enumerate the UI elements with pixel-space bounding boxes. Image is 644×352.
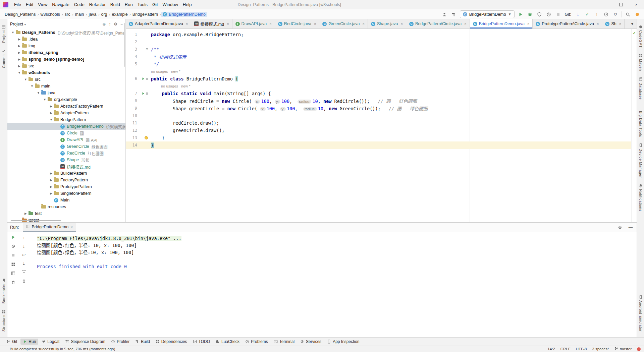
rollback-button[interactable]: ↺	[612, 11, 619, 18]
fold-marker-icon[interactable]: ⊟	[146, 48, 148, 51]
close-icon[interactable]: ×	[70, 225, 72, 229]
tree-item[interactable]: ▶test	[7, 210, 125, 217]
menu-navigate[interactable]: Navigate	[50, 2, 71, 7]
tree-expand-arrow-icon[interactable]: ▶	[17, 38, 21, 41]
build-project-button[interactable]	[450, 11, 457, 18]
tree-item[interactable]: ▶src	[7, 63, 125, 69]
git-update-button[interactable]: ↓	[575, 11, 581, 18]
tree-expand-arrow-icon[interactable]: ▶	[49, 105, 53, 108]
close-icon[interactable]: ×	[619, 22, 621, 26]
tool-window-button-sequence-diagram[interactable]: Sequence Diagram	[63, 339, 108, 345]
close-icon[interactable]: ×	[401, 22, 403, 26]
caret-position[interactable]: 14:2	[547, 347, 555, 351]
menu-help[interactable]: Help	[180, 2, 194, 7]
tool-stripe-database[interactable]: Database	[639, 77, 643, 100]
tree-item[interactable]: CMain	[7, 197, 125, 203]
tree-collapse-arrow-icon[interactable]: ▼	[17, 71, 21, 74]
locate-file-icon[interactable]: ⊕	[102, 22, 106, 26]
tool-window-button-logcat[interactable]: Logcat	[39, 339, 62, 345]
tree-item[interactable]: ▼main	[7, 83, 125, 90]
code-line[interactable]: 11 redCircle.draw();	[126, 119, 632, 127]
run-with-coverage-button[interactable]	[536, 11, 543, 18]
tree-item[interactable]: ▶FactoryPattern	[7, 177, 125, 183]
code-editor[interactable]: 1package org.example.BridgePattern;23⊟/*…	[126, 29, 637, 222]
search-everywhere-button[interactable]	[625, 11, 631, 18]
tree-item[interactable]: ▶BuilderPattern	[7, 170, 125, 177]
horizontal-scrollbar[interactable]	[11, 220, 61, 221]
inlay-hint-line[interactable]: no usages new *	[126, 68, 632, 75]
code-line[interactable]: 10	[126, 112, 632, 119]
scroll-to-end-button[interactable]: ⇣	[22, 261, 26, 266]
project-view-selector[interactable]: Project ▾	[10, 22, 26, 26]
tree-item[interactable]: ▶AbstractFactoryPattern	[7, 103, 125, 110]
code-line[interactable]: 9 Shape greenCircle = new Circle( x:100,…	[126, 105, 632, 112]
notification-icon[interactable]	[637, 347, 641, 351]
dump-threads-button[interactable]	[11, 262, 15, 268]
tree-item[interactable]: target	[7, 217, 125, 222]
tool-stripe-structure[interactable]: Structure	[2, 310, 6, 332]
soft-wrap-button[interactable]: ↩	[22, 252, 26, 257]
tree-expand-arrow-icon[interactable]: ▶	[49, 192, 53, 195]
tool-stripe-maven[interactable]: Maven	[639, 54, 643, 71]
tool-window-button-git[interactable]: Git	[4, 339, 19, 345]
tree-item[interactable]: CRedCircle红色圆圈	[7, 150, 125, 157]
tool-stripe-notifications[interactable]: Notifications	[639, 184, 643, 211]
tree-expand-arrow-icon[interactable]: ▶	[49, 185, 53, 188]
tree-item[interactable]: ▶itheima_spring	[7, 49, 125, 56]
indent-setting[interactable]: 3 spaces*	[592, 347, 609, 351]
editor-tab[interactable]: M桥接模式.md×	[191, 19, 232, 28]
breadcrumb-item[interactable]: src	[63, 12, 72, 17]
tool-window-button-profiler[interactable]: Profiler	[109, 339, 132, 345]
run-panel-settings-icon[interactable]	[616, 224, 623, 231]
fold-marker-icon[interactable]: ⊟	[146, 92, 148, 95]
restore-layout-button[interactable]	[11, 271, 15, 277]
breadcrumb-item-selected[interactable]: CBridgePatternDemo	[161, 12, 207, 17]
run-console[interactable]: "C:\Program Files\Java\jdk1.8.0_201\bin\…	[33, 232, 637, 337]
tool-stripe-bookmarks[interactable]: Bookmarks	[2, 278, 6, 304]
menu-code[interactable]: Code	[72, 2, 87, 7]
tree-collapse-arrow-icon[interactable]: ▼	[43, 98, 47, 101]
breadcrumb-item[interactable]: w3schools	[39, 12, 61, 17]
menu-file[interactable]: File	[12, 2, 23, 7]
tree-item[interactable]: ▼org.example	[7, 96, 125, 103]
tool-window-button-luacheck[interactable]: LuaCheck	[213, 339, 242, 345]
menu-edit[interactable]: Edit	[23, 2, 36, 7]
run-configuration-combo[interactable]: CBridgePatternDemo▼	[460, 10, 515, 18]
next-occurrence-button[interactable]: ↓	[23, 244, 25, 249]
hide-run-panel-icon[interactable]: —	[627, 224, 634, 231]
tree-expand-arrow-icon[interactable]: ▶	[17, 64, 21, 68]
tree-item[interactable]: ▼BridgePattern	[7, 116, 125, 123]
intention-bulb-icon[interactable]	[145, 136, 148, 139]
close-icon[interactable]: ×	[527, 22, 529, 26]
tree-item[interactable]: ▶PrototypePattern	[7, 183, 125, 190]
editor-tab[interactable]: IDrawAPI.java×	[232, 19, 275, 28]
tree-item[interactable]: resources	[7, 203, 125, 210]
close-button[interactable]: ×	[629, 0, 644, 9]
inspection-ok-icon[interactable]: ✓	[633, 31, 636, 35]
tree-item[interactable]: M桥接模式.md	[7, 163, 125, 170]
menu-run[interactable]: Run	[122, 2, 135, 7]
tool-window-button-app-inspection[interactable]: App Inspection	[325, 339, 362, 345]
tool-window-button-services[interactable]: Services	[298, 339, 324, 345]
maximize-button[interactable]	[613, 0, 629, 9]
breadcrumb-item[interactable]: java	[88, 12, 98, 17]
editor-tab[interactable]: CSh×	[602, 19, 625, 28]
breadcrumb-item[interactable]: org	[100, 12, 109, 17]
breadcrumb-item[interactable]: example	[111, 12, 129, 17]
debug-button[interactable]	[527, 11, 533, 18]
error-stripe[interactable]: ✓	[631, 29, 637, 222]
editor-tab[interactable]: CBridgePatternDemo.java×	[470, 19, 533, 28]
tree-item[interactable]: ▶img	[7, 43, 125, 49]
stop-button[interactable]	[11, 253, 15, 258]
code-line[interactable]: 7⊟ public static void main(String[] args…	[126, 90, 632, 97]
menu-view[interactable]: View	[36, 2, 50, 7]
clear-button[interactable]	[22, 279, 26, 284]
code-line[interactable]: 4 * 桥梁模式演示	[126, 53, 632, 60]
tool-stripe-device-manager[interactable]: Device Manager	[639, 143, 643, 178]
menu-window[interactable]: Window	[160, 2, 180, 7]
fold-marker-icon[interactable]: ⊟	[146, 77, 148, 80]
menu-git[interactable]: Git	[150, 2, 160, 7]
close-icon[interactable]: ×	[597, 22, 599, 26]
hide-panel-icon[interactable]: −	[120, 22, 123, 26]
run-line-button[interactable]	[142, 77, 145, 80]
